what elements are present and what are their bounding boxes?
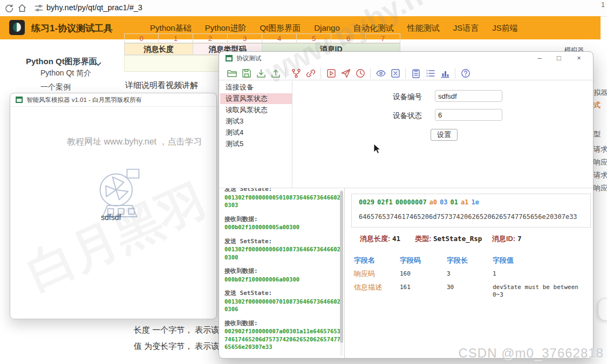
url-bar[interactable]: byhy.net/py/qt/qt_prac1/#_3	[46, 3, 142, 12]
log-entry: 发送 SetState:001302f000000005010873646673…	[224, 188, 344, 209]
nav-item[interactable]: 自动化测试	[353, 23, 394, 33]
page-title: 练习1-协议测试工具	[31, 22, 113, 35]
protocol-test-dialog: 协议测试 – □ × 连接设备设置风泵状态读取风泵状态测试3测试4测试5 设置 …	[219, 51, 594, 359]
log-entry: 发送 SetState:001302f000000007010873646673…	[224, 290, 344, 313]
log-hex-line: 0300	[224, 253, 344, 262]
log-label: 发送 SetState:	[224, 290, 344, 298]
field-table-row: 信息描述16130devState must be between 0~3	[354, 284, 591, 299]
sidebar-link[interactable]: Python Qt 简介	[40, 68, 91, 78]
hex-token: a0	[429, 198, 437, 206]
hex-token: 02f1	[377, 198, 393, 206]
window-icon	[16, 97, 23, 103]
byte-number-cell: 0	[124, 33, 159, 43]
site-logo-icon[interactable]	[9, 20, 25, 35]
nav-item[interactable]: Qt图形界面	[260, 23, 301, 33]
set-button[interactable]: 设置	[431, 129, 458, 141]
nav-item[interactable]: Python基础	[150, 23, 192, 33]
sidebar-section-title[interactable]: Python Qt图形界面	[26, 57, 97, 67]
log-hex-line: 001302f000000005010873646673646602	[224, 194, 344, 202]
page-text-fragment: 请求	[594, 145, 607, 154]
site-info-icon[interactable]	[34, 3, 44, 13]
field-input[interactable]	[435, 90, 502, 102]
byte-number-cell: 1	[159, 33, 193, 43]
field-table-cell: devState must be between 0~3	[493, 284, 591, 299]
log-hex-line: 001302f000000006010873646673646602	[224, 245, 344, 253]
scrollbar-thumb[interactable]	[340, 191, 343, 343]
mouse-cursor	[373, 143, 381, 154]
nav-item[interactable]: 性能测试	[407, 23, 440, 33]
field-label: 设备状态	[393, 111, 422, 121]
page-text-fragment: 请求	[594, 170, 607, 180]
byte-number-cell: 3	[228, 33, 262, 43]
page-text-fragment: 拟器	[594, 88, 607, 98]
simulator-titlebar[interactable]: 智能风泵模拟器 v1.01 - 白月黑羽版权所有	[10, 93, 216, 107]
log-entry: 接收到数据:002902f100000007a00301a11e64657653…	[224, 320, 344, 351]
log-hex-line: 0303	[224, 201, 344, 209]
log-panel[interactable]: 发送 SetState:001302f000000005010873646673…	[219, 188, 344, 358]
simulator-title: 智能风泵模拟器 v1.01 - 白月黑羽版权所有	[26, 96, 142, 104]
summary-item: 消息ID: 7	[492, 234, 521, 244]
log-label: 接收到数据:	[224, 267, 344, 276]
reload-icon[interactable]	[4, 3, 14, 13]
summary-item: 消息长度: 41	[360, 234, 400, 244]
log-hex-line: 000b02f100000005a00300	[224, 223, 344, 231]
field-label: 设备编号	[393, 92, 422, 102]
hex-token: 1e	[471, 198, 479, 206]
log-result-divider	[344, 188, 345, 358]
field-name-cell: 响应码	[354, 270, 400, 278]
byte-number-cell: 2	[193, 33, 228, 43]
nav-item[interactable]: Python进阶	[205, 23, 247, 33]
field-table-cell: 1	[493, 270, 591, 278]
hex-token: 03	[440, 198, 447, 206]
screen: byhy.net/py/qt/qt_prac1/#_3 1 练习1-协议测试工具…	[0, 0, 607, 364]
field-table-row: 响应码16031	[354, 270, 591, 278]
message-summary: 消息长度: 41类型: SetState_Rsp消息ID: 7	[351, 234, 591, 245]
table-body-cell	[124, 55, 227, 72]
browser-badge: 1	[601, 1, 605, 9]
nav-item[interactable]: JS语言	[453, 23, 479, 33]
nav-menu: Python基础Python进阶Qt图形界面Django自动化测试性能测试JS语…	[150, 23, 518, 33]
field-table-header-cell: 字段码	[400, 257, 447, 264]
log-hex-line: 0306	[224, 305, 344, 313]
summary-label: 消息ID:	[492, 235, 517, 243]
hex-token: a1	[461, 198, 468, 206]
log-entry: 发送 SetState:001302f000000006010873646673…	[224, 238, 344, 262]
log-entry: 接收到数据:000b02f100000006a00300	[224, 267, 344, 283]
browser-toolbar: byhy.net/py/qt/qt_prac1/#_3 1	[0, 0, 607, 17]
form-area: 设置 设备编号设备状态	[219, 52, 593, 188]
field-table-header-cell: 字段名	[354, 257, 400, 264]
log-hex-line: 74617465206d7573742062652062657477	[224, 335, 344, 344]
byte-number-row: 01234567	[124, 33, 400, 43]
csdn-watermark: CSDN @m0_37662818	[458, 346, 604, 361]
log-hex-line: 000b02f100000006a00300	[224, 276, 344, 284]
field-table-header-cell: 字段值	[493, 257, 591, 264]
page-text-fragment: 型	[594, 129, 601, 139]
nav-item[interactable]: JS前端	[492, 23, 518, 33]
field-table-header-cell: 字段长	[447, 257, 493, 264]
sidebar-link[interactable]: 一个案例	[40, 83, 91, 92]
log-hex-line: 65656e20307e33	[224, 343, 344, 351]
field-header-cell: 消息长度	[124, 43, 193, 55]
field-table-header: 字段名字段码字段长字段值	[354, 257, 591, 264]
field-input[interactable]	[435, 109, 502, 121]
blower-fan-icon[interactable]	[94, 165, 144, 219]
summary-label: 类型:	[415, 235, 433, 243]
field-table: 字段名字段码字段长字段值响应码16031信息描述16130devState mu…	[354, 257, 591, 305]
log-label: 接收到数据:	[224, 320, 344, 328]
field-table-cell: 30	[447, 284, 493, 299]
home-icon[interactable]	[17, 3, 27, 13]
log-label: 发送 SetState:	[224, 238, 344, 246]
summary-value: SetState_Rsp	[433, 235, 482, 243]
chevron-down-icon[interactable]	[95, 59, 101, 63]
field-table-cell: 3	[447, 270, 493, 278]
byte-number-cell: 5	[297, 33, 331, 43]
hex-token: 01	[451, 198, 458, 206]
tutorial-link[interactable]: 教程网址 www.byhy.net ，点击学习	[67, 136, 202, 148]
byte-number-cell: 7	[366, 33, 400, 43]
page-note: 详细说明看视频讲解	[125, 80, 198, 91]
page-text-fragment: 响应	[594, 157, 607, 167]
floating-widget[interactable]	[598, 298, 607, 321]
byte-number-cell: 6	[331, 33, 366, 43]
log-entry: 接收到数据:000b02f100000005a00300	[224, 216, 344, 231]
nav-item[interactable]: Django	[314, 23, 340, 33]
